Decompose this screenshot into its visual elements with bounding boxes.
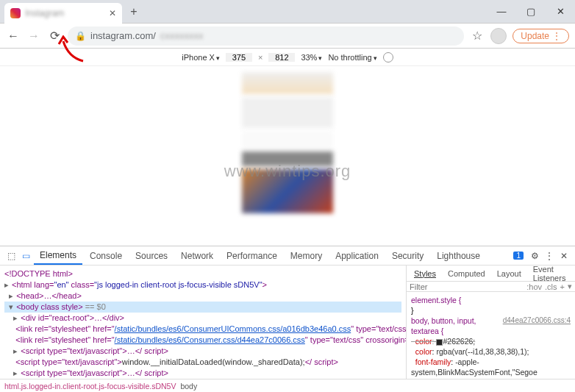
dom-line[interactable]: <head>…</head> — [16, 291, 82, 300]
device-mode-icon[interactable]: ▭ — [19, 251, 32, 261]
close-window-button[interactable]: ✕ — [546, 1, 575, 22]
devtools-panel: ⬚ ▭ Elements Console Sources Network Per… — [0, 246, 575, 392]
dom-line[interactable]: <html lang= — [12, 280, 54, 289]
dom-sel-marker: == $0 — [83, 302, 106, 311]
rotate-icon[interactable] — [383, 52, 393, 63]
dom-attr: "js logged-in client-root js-focus-visib… — [94, 280, 262, 289]
browser-tab[interactable]: Instagram ✕ — [4, 3, 122, 24]
tab-computed[interactable]: Computed — [443, 269, 490, 278]
cls-toggle[interactable]: .cls — [545, 282, 557, 291]
device-viewport: www.wintips.org — [0, 66, 575, 246]
dom-line: " type="text/css" crossorigin="anonymous… — [351, 324, 406, 333]
add-rule-icon[interactable]: + — [560, 282, 565, 291]
dom-line[interactable]: <script type="text/javascript">…</ scrip… — [21, 368, 168, 377]
styles-filter-input[interactable] — [410, 282, 524, 291]
inspect-icon[interactable]: ⬚ — [4, 251, 18, 261]
throttling-select[interactable]: No throttling — [328, 53, 376, 62]
tab-performance[interactable]: Performance — [221, 246, 283, 265]
preview-block — [242, 97, 333, 128]
bookmark-star-icon[interactable]: ☆ — [470, 29, 485, 43]
dom-line: </ script> — [305, 357, 338, 366]
tab-console[interactable]: Console — [84, 246, 128, 265]
settings-icon[interactable]: ⚙ — [528, 251, 541, 261]
dim-separator: × — [258, 53, 262, 62]
maximize-button[interactable]: ▢ — [516, 1, 546, 22]
profile-avatar[interactable] — [490, 28, 507, 44]
devtools-tabs: ⬚ ▭ Elements Console Sources Network Per… — [0, 246, 575, 266]
window-titlebar: Instagram ✕ + — ▢ ✕ — [0, 0, 575, 24]
url-host: instagram.com/ — [90, 30, 156, 41]
dom-tree[interactable]: <!DOCTYPE html> ▸<html lang="en" class="… — [0, 266, 406, 379]
dom-line: " type="text/css" crossorigin="anonymous… — [305, 335, 406, 344]
css-value[interactable]: rgba(var(--i1d,38,38,38),1); — [436, 347, 529, 356]
preview-block — [242, 131, 333, 149]
css-prop[interactable]: font-family — [415, 357, 451, 366]
dom-line[interactable]: <div id="react-root">…</div> — [21, 313, 124, 322]
tab-network[interactable]: Network — [175, 246, 219, 265]
close-devtools-icon[interactable]: ✕ — [557, 251, 571, 261]
device-select[interactable]: iPhone X — [182, 53, 220, 62]
tab-event-listeners[interactable]: Event Listeners — [529, 266, 572, 282]
dom-line[interactable]: <link rel="stylesheet" href=" — [15, 324, 114, 333]
dom-attr: > — [262, 280, 267, 289]
dom-line[interactable]: <link rel="stylesheet" href=" — [15, 335, 114, 344]
css-brace: } — [411, 305, 571, 316]
close-tab-icon[interactable]: ✕ — [109, 8, 116, 18]
tab-layout[interactable]: Layout — [493, 269, 526, 278]
dom-link[interactable]: /static/bundles/es6/ConsumerUICommons.cs… — [115, 324, 351, 333]
dom-line[interactable]: <!DOCTYPE html> — [4, 269, 73, 278]
menu-dots-icon[interactable]: ⋮ — [552, 31, 561, 41]
dom-line[interactable]: <body class style> — [16, 302, 83, 311]
issues-badge[interactable]: 1 — [513, 252, 524, 260]
dom-attr: class= — [69, 280, 95, 289]
dom-breadcrumb[interactable]: html.js.logged-in.client-root.js-focus-v… — [0, 379, 575, 392]
instagram-icon — [10, 8, 21, 18]
styles-rules[interactable]: element.style { } d44ea27c0066.css:4body… — [407, 292, 575, 379]
tab-sources[interactable]: Sources — [129, 246, 174, 265]
css-prop[interactable]: color — [415, 337, 432, 346]
dom-text: window.__initialDataLoaded(window._share… — [122, 357, 305, 366]
page-preview[interactable] — [242, 72, 333, 216]
tab-security[interactable]: Security — [386, 246, 429, 265]
url-path: cxxxxxxxx — [160, 30, 204, 41]
url-input[interactable]: 🔒 instagram.com/cxxxxxxxx — [68, 26, 464, 46]
panel-menu-icon[interactable]: ▾ — [568, 282, 572, 291]
dom-line[interactable]: <script type="text/javascript">…</ scrip… — [21, 346, 168, 355]
styles-filter-row: :hov .cls + ▾ — [407, 282, 575, 292]
styles-panel: Styles Computed Layout Event Listeners :… — [406, 266, 575, 379]
viewport-height-input[interactable] — [268, 53, 295, 62]
window-controls: — ▢ ✕ — [487, 1, 575, 22]
zoom-select[interactable]: 33% — [301, 53, 322, 62]
forward-button[interactable]: → — [26, 29, 41, 43]
back-button[interactable]: ← — [6, 29, 21, 43]
styles-tabs: Styles Computed Layout Event Listeners — [407, 266, 575, 282]
css-value[interactable]: #262626; — [443, 337, 475, 346]
update-button[interactable]: Update ⋮ — [512, 29, 569, 43]
tab-lighthouse[interactable]: Lighthouse — [431, 246, 486, 265]
tab-title: Instagram — [25, 8, 64, 18]
crumb-item[interactable]: html.js.logged-in.client-root.js-focus-v… — [4, 382, 176, 391]
hov-toggle[interactable]: :hov — [526, 282, 542, 291]
crumb-item[interactable]: body — [180, 382, 197, 391]
css-source-link[interactable]: d44ea27c0066.css:4 — [503, 316, 571, 326]
new-tab-button[interactable]: + — [125, 5, 143, 18]
minimize-button[interactable]: — — [487, 1, 516, 22]
tab-application[interactable]: Application — [329, 246, 385, 265]
dom-line[interactable]: <script type="text/javascript"> — [15, 357, 121, 366]
tab-styles[interactable]: Styles — [410, 269, 440, 278]
annotation-arrow — [57, 35, 87, 65]
tab-memory[interactable]: Memory — [285, 246, 328, 265]
preview-block — [242, 72, 333, 94]
viewport-width-input[interactable] — [226, 53, 252, 62]
preview-block — [242, 169, 333, 213]
dom-link[interactable]: /static/bundles/es6/Consumer.css/d44ea27… — [115, 335, 305, 344]
update-label: Update — [521, 31, 549, 41]
css-selector[interactable]: body, button, input, textarea { — [411, 316, 476, 335]
css-prop[interactable]: color — [415, 347, 432, 356]
preview-block — [242, 152, 333, 166]
more-icon[interactable]: ⋮ — [543, 251, 556, 261]
dom-attr: "en" — [54, 280, 68, 289]
css-selector[interactable]: element.style { — [411, 296, 461, 304]
tab-elements[interactable]: Elements — [34, 246, 82, 265]
